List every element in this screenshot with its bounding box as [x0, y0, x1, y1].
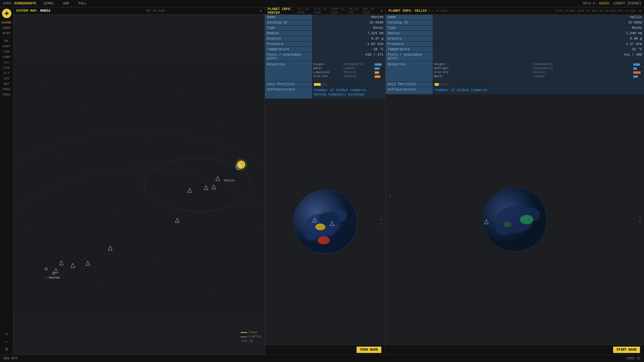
- montem-temperature-label: Temperature: [265, 47, 312, 52]
- montem-infra-content: Chamber of Global Commerce Montem Commod…: [312, 87, 385, 99]
- vallis-gravity-row: Gravity 0.88 g: [386, 36, 644, 42]
- svg-point-7: [130, 77, 131, 78]
- sidebar-item-sdbr[interactable]: SDBR: [0, 25, 13, 31]
- montem-catalog-row: Catalog ID JU-566b: [265, 20, 385, 25]
- montem-gravity-row: Gravity 0.97 g: [265, 36, 385, 42]
- audio-button[interactable]: AUDIO: [599, 2, 609, 5]
- sidebar-item-corp[interactable]: CORP: [0, 55, 13, 60]
- montem-pressure-label: Pressure: [265, 42, 312, 47]
- montem-resource-water: Water Liquid: [313, 67, 384, 70]
- montem-resource-ironore-bar: [375, 75, 384, 78]
- vallis-tab-fltp[interactable]: FLTP JU-566: [555, 9, 575, 13]
- minimize-icon[interactable]: —: [4, 338, 8, 345]
- logout-button[interactable]: LOGOUT [MJENO]: [613, 2, 641, 5]
- montem-name-value: Montem: [312, 15, 385, 20]
- vallis-catalog-row: Catalog ID JU-566a: [386, 20, 644, 25]
- svg-point-35: [52, 272, 55, 275]
- vallis-orbit-indicators: ▽ ▽: [639, 216, 641, 223]
- vallis-resource-oxygen-fill: [633, 63, 640, 66]
- vallis-infra-section: Infrastructure Chamber of Global Commerc…: [386, 87, 644, 95]
- svg-point-9: [221, 124, 221, 125]
- vallis-resource-water-type: Liquid: [533, 75, 553, 78]
- montem-infra-section: Infrastructure Chamber of Global Commerc…: [265, 87, 385, 99]
- planet-vallis-panel: PLANET INFO: VALLIS PLJ JU-566A FLTP JU-…: [386, 7, 644, 355]
- montem-tab-invp[interactable]: INVP JU-566B: [331, 8, 347, 14]
- sidebar-item-bs[interactable]: BS: [0, 39, 13, 44]
- vallis-pressure-row: Pressure 1.27 atm: [386, 42, 644, 47]
- sidebar-item-fin[interactable]: FIN: [0, 65, 13, 71]
- map-canvas[interactable]: Vallis ○ Montem: [13, 15, 265, 355]
- montem-soil-label: Soil fertility: [265, 82, 312, 87]
- svg-point-49: [318, 236, 330, 244]
- montem-gravity-label: Gravity: [265, 36, 312, 41]
- montem-resource-ironore-type: Mineral: [344, 75, 364, 78]
- sidebar-item-flt[interactable]: FLT: [0, 71, 13, 76]
- start-base-button[interactable]: START BASE: [613, 347, 640, 353]
- montem-resource-ironore-name: Iron Ore: [313, 75, 333, 78]
- fleet-legend-label: fleet: [249, 331, 258, 334]
- svg-rect-4: [13, 58, 265, 312]
- vallis-soil-bar-fill: [435, 83, 439, 86]
- system-map-panel: SYSTEM MAP: MORIA MS JU-568 ×: [13, 7, 265, 355]
- vallis-infra-label: Infrastructure: [386, 87, 433, 94]
- montem-tab-ms[interactable]: MS JU-566: [349, 8, 361, 14]
- sidebar-item-inv[interactable]: INV: [0, 76, 13, 81]
- sidebar-item-cont[interactable]: CONT: [0, 44, 13, 49]
- vallis-soil-row: Soil fertility: [386, 82, 644, 87]
- full-nav-button[interactable]: FULL: [76, 1, 89, 6]
- montem-resource-limestone-bar: [375, 71, 384, 74]
- montem-radius-label: Radius: [265, 31, 312, 36]
- scrn-value: SCREENSHOTS: [14, 2, 36, 5]
- vallis-resource-oxygen: Oxygen Atmospheric: [434, 63, 643, 66]
- montem-name-label: Name: [265, 15, 312, 20]
- svg-point-11: [63, 158, 64, 158]
- sidebar-item-bfrs[interactable]: BFRS: [0, 31, 13, 36]
- svg-text:○ Montem: ○ Montem: [45, 276, 60, 280]
- add-nav-button[interactable]: ADD: [61, 1, 71, 6]
- montem-resource-water-bar: [375, 67, 384, 70]
- montem-radius-row: Radius 7,315 km: [265, 31, 385, 36]
- vallis-infra-link-cgc[interactable]: Chamber of Global Commerce: [435, 88, 642, 92]
- montem-catalog-label: Catalog ID: [265, 20, 312, 25]
- montem-panel-id: PLJ JU-566B: [298, 8, 312, 14]
- vallis-resource-water-name: Water: [434, 75, 454, 78]
- sidebar-item-prod[interactable]: PROD: [0, 87, 13, 92]
- scrn-label: SCRN:: [3, 2, 13, 5]
- close-icon[interactable]: ✕: [4, 330, 8, 338]
- montem-tab-fltp[interactable]: FLTP JU-566B: [314, 8, 329, 14]
- montem-infra-link-mce[interactable]: Montem Commodity Exchange: [314, 93, 383, 97]
- montem-infra-link-cgc[interactable]: Chamber of Global Commerce: [314, 88, 383, 92]
- sidebar: SCRNS SDBR BFRS BS CONT COM CORP CXL FIN…: [0, 7, 13, 355]
- montem-action-bar: VIEW BASE: [265, 345, 385, 355]
- svg-point-47: [305, 230, 319, 240]
- system-map-close-button[interactable]: ×: [260, 9, 262, 13]
- sidebar-item-cxl[interactable]: CXL: [0, 60, 13, 65]
- montem-tab-pps[interactable]: PPS JU-566B: [363, 8, 377, 14]
- grid-icon[interactable]: ⊞: [4, 346, 8, 353]
- montem-panel-close-button[interactable]: ×: [380, 9, 383, 13]
- vallis-tab-invp[interactable]: INVP JU-566: [577, 9, 597, 13]
- svg-point-12: [241, 174, 241, 175]
- sidebar-bottom: ✕ — ⊞: [4, 330, 8, 355]
- vallis-name-value: Vallis: [433, 15, 644, 20]
- sidebar-item-cmds[interactable]: CMDS: [0, 92, 13, 98]
- svg-point-34: [45, 267, 48, 271]
- vallis-temperature-label: Temperature: [386, 47, 433, 52]
- montem-type-value: Rocky: [312, 25, 385, 31]
- vallis-panel-close-button[interactable]: ×: [639, 9, 641, 13]
- svg-point-60: [503, 222, 512, 227]
- montem-resources-label: Resources: [265, 61, 312, 81]
- vallis-type-row: Type Rocky: [386, 25, 644, 31]
- vallis-pressure-label: Pressure: [386, 42, 433, 47]
- montem-orbit-indicators: ▽ ▽: [380, 218, 382, 226]
- sidebar-item-scrns[interactable]: SCRNS: [0, 20, 13, 25]
- montem-resource-water-name: Water: [313, 67, 333, 70]
- scrns-nav-button[interactable]: SCRNS: [42, 1, 56, 6]
- view-base-button[interactable]: VIEW BASE: [357, 347, 381, 353]
- sidebar-item-map[interactable]: MAP: [0, 81, 13, 87]
- vallis-tab-pps[interactable]: PPS JU-566: [618, 9, 636, 13]
- svg-point-14: [30, 225, 31, 225]
- vallis-tab-ms[interactable]: MS JU-566: [599, 9, 615, 13]
- sidebar-item-com[interactable]: COM: [0, 49, 13, 55]
- montem-soil-bar: [314, 83, 327, 86]
